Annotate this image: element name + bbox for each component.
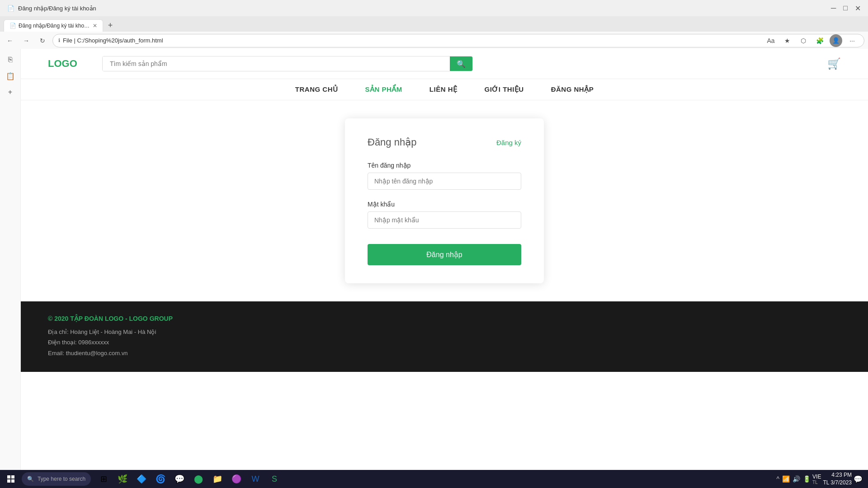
tab-favicon: 📄: [9, 23, 16, 29]
nav-san-pham[interactable]: SẢN PHẨM: [365, 85, 402, 94]
taskbar-search-text: Type here to search: [38, 476, 85, 482]
footer-phone: Điện thoại: 0986xxxxxx: [48, 337, 841, 347]
footer-address: Địa chỉ: Hoàng Liệt - Hoàng Mai - Hà Nội: [48, 327, 841, 337]
form-container: Đăng nhập Đăng ký Tên đăng nhập Mật khẩu…: [21, 100, 868, 301]
password-input[interactable]: [368, 211, 521, 229]
language-label: VIE: [812, 474, 821, 480]
footer-info: Địa chỉ: Hoàng Liệt - Hoàng Mai - Hà Nội…: [48, 327, 841, 358]
login-button[interactable]: Đăng nhập: [368, 244, 521, 265]
battery-icon[interactable]: 🔋: [803, 475, 811, 483]
clock-time: 4:23 PM: [823, 471, 852, 479]
nav-trang-chu[interactable]: TRANG CHỦ: [295, 85, 338, 94]
username-group: Tên đăng nhập: [368, 162, 521, 190]
taskbar-right: ^ 📶 🔊 🔋 VIE TL 4:23 PM TL 3/7/2023 💬: [776, 471, 866, 487]
taskbar-filemanager[interactable]: 📁: [208, 470, 226, 488]
new-tab-button[interactable]: +: [104, 19, 117, 32]
keyboard-layout: TL: [812, 480, 821, 485]
taskbar-zalo[interactable]: 💬: [170, 470, 189, 488]
lock-icon: ℹ: [58, 38, 60, 43]
reload-button[interactable]: ↻: [36, 34, 49, 47]
taskbar-language[interactable]: VIE TL: [812, 474, 821, 485]
taskbar-search[interactable]: 🔍 Type here to search: [22, 472, 91, 486]
title-bar: 📄 Đăng nhập/Đăng ký tài khoản ─ □ ✕: [0, 0, 868, 16]
window-controls[interactable]: ─ □ ✕: [831, 4, 861, 13]
minimize-button[interactable]: ─: [831, 4, 836, 13]
taskbar-word[interactable]: W: [246, 470, 264, 488]
username-label: Tên đăng nhập: [368, 162, 521, 169]
taskbar-clock[interactable]: 4:23 PM TL 3/7/2023: [823, 471, 852, 487]
sidebar-copy-button[interactable]: ⎘: [3, 52, 18, 67]
page-favicon: 📄: [7, 5, 14, 12]
register-link[interactable]: Đăng ký: [496, 139, 521, 146]
taskbar: 🔍 Type here to search ⊞ 🌿 🔷 🌀 💬 ⬤ 📁 🟣 W …: [0, 470, 868, 488]
search-input[interactable]: [103, 56, 450, 71]
taskbar-apps: ⊞ 🌿 🔷 🌀 💬 ⬤ 📁 🟣 W S: [94, 470, 283, 488]
active-tab[interactable]: 📄 Đăng nhập/Đăng ký tài khoản ✕: [4, 19, 103, 32]
taskbar-edge[interactable]: 🌀: [151, 470, 170, 488]
close-button[interactable]: ✕: [855, 4, 861, 13]
taskbar-app2[interactable]: 🟣: [227, 470, 245, 488]
taskbar-explorer[interactable]: 🌿: [113, 470, 132, 488]
site-nav: TRANG CHỦ SẢN PHẨM LIÊN HỆ GIỚI THIỆU ĐĂ…: [21, 79, 868, 100]
wifi-icon[interactable]: 📶: [782, 475, 790, 483]
tab-label: Đăng nhập/Đăng ký tài khoản: [19, 23, 90, 29]
footer-company: © 2020 TẬP ĐOÀN LOGO - LOGO GROUP: [48, 315, 841, 322]
browser-sidebar: ⎘ 📋 +: [0, 49, 21, 470]
taskbar-app1[interactable]: 🔷: [132, 470, 151, 488]
taskbar-app3[interactable]: S: [265, 470, 283, 488]
taskbar-sys-icons: ^ 📶 🔊 🔋: [776, 475, 811, 483]
start-button[interactable]: [2, 470, 20, 488]
tab-title-area: 📄 Đăng nhập/Đăng ký tài khoản: [7, 5, 96, 12]
password-label: Mật khẩu: [368, 201, 521, 208]
address-text: File | C:/Shoping%20js/auth_form.html: [63, 37, 762, 44]
main-content: LOGO 🔍 🛒 TRANG CHỦ SẢN PHẨM LIÊN HỆ GIỚI…: [21, 49, 868, 470]
maximize-button[interactable]: □: [843, 4, 848, 13]
address-bar-row: ← → ↻ ℹ File | C:/Shoping%20js/auth_form…: [0, 32, 868, 50]
volume-icon[interactable]: 🔊: [793, 475, 800, 483]
reader-icon[interactable]: Aa: [764, 34, 777, 47]
search-box: 🔍: [102, 56, 473, 71]
login-title: Đăng nhập: [368, 136, 416, 148]
windows-icon: [7, 475, 14, 483]
footer-email: Email: thudientu@logo.com.vn: [48, 348, 841, 358]
extension-icon[interactable]: 🧩: [813, 34, 826, 47]
site-logo: LOGO: [48, 58, 84, 70]
chevron-up-icon[interactable]: ^: [776, 475, 779, 483]
password-group: Mật khẩu: [368, 201, 521, 229]
forward-button[interactable]: →: [20, 34, 33, 47]
notification-button[interactable]: 💬: [854, 475, 863, 483]
login-card: Đăng nhập Đăng ký Tên đăng nhập Mật khẩu…: [345, 118, 544, 283]
taskbar-task-view[interactable]: ⊞: [94, 470, 113, 488]
more-button[interactable]: ···: [846, 34, 859, 47]
collections-icon[interactable]: ⬡: [797, 34, 810, 47]
address-actions: Aa ★ ⬡ 🧩 👤 ···: [764, 34, 859, 47]
page-title: Đăng nhập/Đăng ký tài khoản: [18, 5, 96, 12]
profile-button[interactable]: 👤: [830, 34, 842, 47]
tab-close-button[interactable]: ✕: [93, 23, 97, 29]
tabs-bar: 📄 Đăng nhập/Đăng ký tài khoản ✕ +: [0, 16, 868, 32]
favorites-icon[interactable]: ★: [781, 34, 793, 47]
sidebar-add-button[interactable]: +: [3, 85, 18, 99]
back-button[interactable]: ←: [4, 34, 16, 47]
sidebar-notes-button[interactable]: 📋: [3, 69, 18, 83]
nav-dang-nhap[interactable]: ĐĂNG NHẬP: [551, 85, 594, 94]
site-footer: © 2020 TẬP ĐOÀN LOGO - LOGO GROUP Địa ch…: [21, 301, 868, 372]
nav-lien-he[interactable]: LIÊN HỆ: [429, 85, 458, 94]
clock-date: TL 3/7/2023: [823, 479, 852, 487]
site-header: LOGO 🔍 🛒: [21, 49, 868, 79]
card-header: Đăng nhập Đăng ký: [368, 136, 521, 148]
username-input[interactable]: [368, 173, 521, 190]
search-button[interactable]: 🔍: [450, 56, 472, 71]
taskbar-search-icon: 🔍: [27, 476, 34, 482]
nav-gioi-thieu[interactable]: GIỚI THIỆU: [485, 85, 524, 94]
cart-icon[interactable]: 🛒: [827, 57, 841, 70]
taskbar-chrome[interactable]: ⬤: [189, 470, 208, 488]
address-box[interactable]: ℹ File | C:/Shoping%20js/auth_form.html …: [52, 34, 864, 47]
